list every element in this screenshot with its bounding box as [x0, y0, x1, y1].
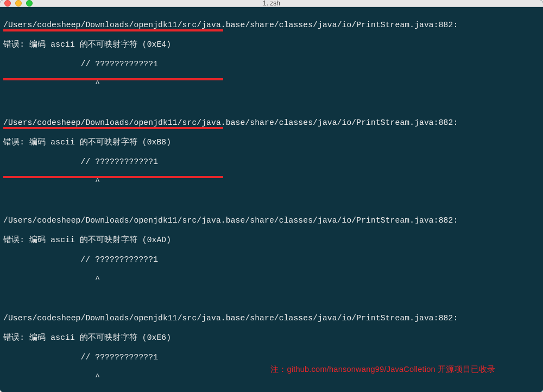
- error-underline: [3, 29, 223, 31]
- annotation-note: 注：github.com/hansonwang99/JavaColletion …: [270, 364, 496, 374]
- window-controls: [4, 0, 33, 7]
- path-line: /Users/codesheep/Downloads/openjdk11/src…: [3, 313, 540, 323]
- caret-line: ^: [3, 274, 540, 284]
- window-title: 1. zsh: [0, 0, 543, 7]
- terminal-window: 1. zsh /Users/codesheep/Downloads/openjd…: [0, 0, 543, 392]
- path-line: /Users/codesheep/Downloads/openjdk11/src…: [3, 20, 540, 30]
- code-line: // ????????????1: [3, 59, 540, 69]
- error-underline: [3, 176, 223, 178]
- zoom-icon[interactable]: [26, 0, 33, 7]
- error-underline: [3, 78, 223, 80]
- error-underline: [3, 127, 223, 129]
- path-line: /Users/codesheep/Downloads/openjdk11/src…: [3, 118, 540, 128]
- titlebar: 1. zsh: [0, 0, 543, 7]
- code-line: // ????????????1: [3, 352, 540, 362]
- error-line: 错误: 编码 ascii 的不可映射字符 (0xE6): [3, 333, 540, 343]
- blank-line: [3, 294, 540, 304]
- blank-line: [3, 98, 540, 108]
- terminal-output[interactable]: /Users/codesheep/Downloads/openjdk11/src…: [0, 7, 543, 392]
- code-line: // ????????????1: [3, 157, 540, 167]
- error-line: 错误: 编码 ascii 的不可映射字符 (0xB8): [3, 137, 540, 147]
- code-line: // ????????????1: [3, 255, 540, 264]
- error-line: 错误: 编码 ascii 的不可映射字符 (0xAD): [3, 235, 540, 245]
- minimize-icon[interactable]: [15, 0, 22, 7]
- close-icon[interactable]: [4, 0, 11, 7]
- path-line: /Users/codesheep/Downloads/openjdk11/src…: [3, 216, 540, 225]
- blank-line: [3, 196, 540, 206]
- error-line: 错误: 编码 ascii 的不可映射字符 (0xE4): [3, 40, 540, 49]
